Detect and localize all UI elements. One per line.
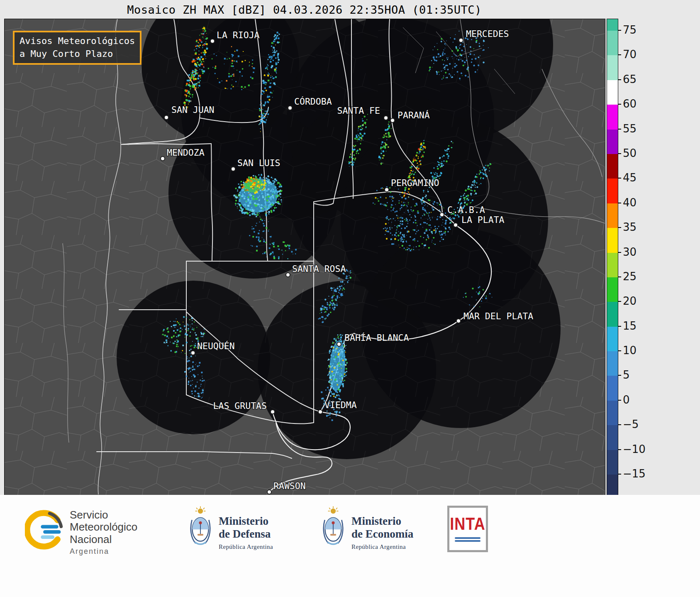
colorbar-tick-label: 0	[623, 394, 630, 406]
economia-coat-of-arms-icon	[320, 505, 346, 551]
colorbar-segment	[607, 19, 618, 31]
city-marker	[271, 410, 275, 414]
city-label: LA RIOJA	[217, 30, 260, 40]
radar-map: LA RIOJAMERCEDESSAN JUANCÓRDOBASANTA FEP…	[4, 19, 605, 496]
city-label: MAR DEL PLATA	[463, 311, 533, 321]
economia-wordmark: Ministerio de Economía República Argenti…	[351, 515, 413, 551]
colorbar-tick-label: 15	[623, 320, 637, 332]
city-marker	[318, 410, 322, 414]
smn-country: Argentina	[70, 547, 137, 556]
city-marker	[384, 116, 388, 120]
colorbar-segment	[607, 130, 618, 154]
city-label: MERCEDES	[466, 29, 509, 39]
colorbar-tick-mark	[618, 129, 621, 130]
city-label: RAWSON	[273, 481, 306, 491]
city-marker	[288, 106, 292, 110]
city-label: BAHÍA BLANCA	[344, 333, 409, 343]
smn-globe-icon	[25, 510, 65, 550]
smn-line2: Meteorológico	[70, 521, 137, 533]
colorbar-tick-label: −5	[623, 418, 639, 431]
defensa-line1: Ministerio	[219, 515, 268, 527]
economia-line2: de Economía	[351, 528, 413, 540]
colorbar-segment	[607, 401, 618, 426]
colorbar-tick-mark	[618, 104, 621, 105]
page-title: Mosaico ZH MAX [dBZ] 04.03.2026 22:35HOA…	[4, 3, 605, 16]
city-label: PERGAMINO	[391, 178, 439, 188]
city-marker	[231, 167, 235, 171]
colorbar-segment	[607, 425, 618, 450]
colorbar-segment	[607, 302, 618, 327]
radar-map-canvas: LA RIOJAMERCEDESSAN JUANCÓRDOBASANTA FEP…	[5, 19, 605, 495]
city-label: MENDOZA	[167, 147, 205, 158]
city-label: SANTA FE	[337, 105, 380, 116]
warning-badge: Avisos Meteorológicos a Muy Corto Plazo	[13, 31, 141, 65]
colorbar-segment	[607, 327, 618, 352]
radar-mosaic-page: Mosaico ZH MAX [dBZ] 04.03.2026 22:35HOA…	[0, 0, 700, 597]
colorbar-segment	[607, 450, 618, 475]
colorbar-tick-mark	[618, 474, 621, 475]
city-label: SANTA ROSA	[292, 264, 346, 274]
colorbar-tick-mark	[618, 449, 621, 450]
city-marker	[337, 342, 341, 346]
city-label: SAN JUAN	[171, 105, 215, 115]
city-marker	[286, 273, 290, 277]
smn-logo	[25, 510, 65, 550]
defensa-coat-of-arms-icon	[188, 505, 213, 551]
colorbar-tick-label: 35	[623, 221, 637, 233]
defensa-line2: de Defensa	[219, 528, 271, 540]
colorbar-tick-mark	[618, 400, 621, 401]
city-label: PARANÁ	[398, 110, 430, 120]
colorbar-segment	[607, 376, 618, 401]
city-marker	[267, 490, 271, 494]
warning-badge-line2: a Muy Corto Plazo	[20, 48, 135, 61]
colorbar-segment	[607, 475, 618, 496]
colorbar-tick-label: 70	[623, 48, 637, 61]
city-marker	[385, 188, 389, 192]
smn-wordmark: Servicio Meteorológico Nacional Argentin…	[70, 509, 137, 556]
city-label: LA PLATA	[461, 215, 505, 225]
colorbar-tick-mark	[618, 252, 621, 253]
colorbar-segment	[607, 203, 618, 228]
colorbar-tick-mark	[618, 276, 621, 277]
colorbar-tick-mark	[618, 79, 621, 80]
colorbar-tick-label: 30	[623, 246, 637, 258]
city-label: LAS GRUTAS	[213, 401, 267, 411]
colorbar-tick-label: 45	[623, 171, 637, 184]
inta-label: INTA	[450, 513, 485, 534]
colorbar-tick-mark	[618, 227, 621, 228]
colorbar-tick-mark	[618, 326, 621, 327]
city-label: CÓRDOBA	[294, 96, 332, 107]
colorbar-tick-label: −15	[623, 467, 646, 480]
colorbar-segment	[607, 179, 618, 203]
smn-line3: Nacional	[70, 533, 137, 546]
colorbar-segment	[607, 31, 618, 56]
colorbar-segment	[607, 80, 618, 105]
colorbar-segment	[607, 154, 618, 179]
warning-badge-line1: Avisos Meteorológicos	[20, 35, 135, 48]
defensa-wordmark: Ministerio de Defensa República Argentin…	[219, 515, 273, 551]
city-marker	[210, 39, 215, 43]
colorbar-tick-mark	[618, 301, 621, 302]
colorbar-tick-mark	[618, 30, 621, 31]
economia-line1: Ministerio	[351, 515, 401, 527]
colorbar-segment	[607, 351, 618, 376]
city-marker	[390, 118, 395, 122]
colorbar-tick-mark	[618, 54, 621, 55]
city-label: VIEDMA	[324, 400, 357, 410]
city-label: SAN LUIS	[237, 158, 280, 168]
city-label: C.A.B.A	[447, 205, 485, 215]
colorbar-tick-mark	[618, 424, 621, 425]
colorbar-tick-label: 40	[623, 196, 637, 209]
colorbar-tick-mark	[618, 153, 621, 154]
city-marker	[454, 223, 458, 227]
colorbar-segment	[607, 228, 618, 253]
colorbar-segment	[607, 277, 618, 302]
colorbar-tick-label: 50	[623, 147, 637, 159]
colorbar-segment	[607, 253, 618, 278]
city-marker	[440, 213, 444, 217]
colorbar-tick-label: 60	[623, 98, 637, 110]
city-marker	[164, 115, 168, 120]
colorbar	[607, 19, 618, 496]
inta-logo: INTA	[447, 506, 488, 552]
colorbar-tick-label: −10	[623, 443, 646, 455]
